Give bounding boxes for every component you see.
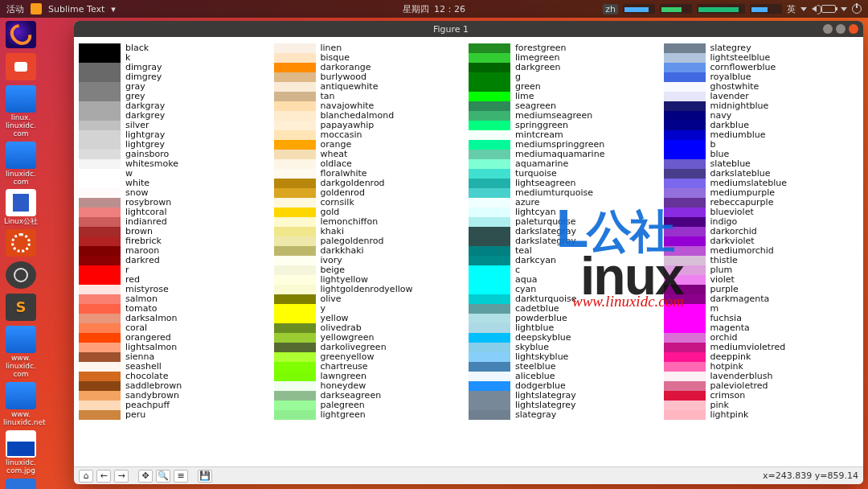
launcher-item-9[interactable]: www. linuxidc.net [3,382,39,427]
clock-time[interactable]: 12：26 [434,3,465,15]
configure-button[interactable]: ≡ [174,470,188,483]
launcher-item-4[interactable]: Linux公社 [3,189,39,226]
color-row: ivory [274,256,469,265]
color-swatch [79,410,121,420]
input-lang-button[interactable]: zh [603,4,618,14]
color-swatch [469,53,510,63]
launcher-label: linux. linuxidc. com [3,114,39,138]
color-swatch [469,372,510,381]
color-swatch [469,333,510,343]
color-swatch [274,63,316,72]
forward-button[interactable]: → [114,470,129,483]
color-swatch [274,362,316,372]
color-swatch [469,362,510,372]
color-row: black [79,43,274,53]
launcher-item-6[interactable] [3,261,39,290]
color-swatch [469,198,510,208]
figure-canvas[interactable]: blackkdimgraydimgreygraygreydarkgraydark… [74,37,863,466]
color-row: indianred [79,217,274,227]
clock-day[interactable]: 星期四 [403,3,429,15]
window-maximize-button[interactable] [836,24,845,34]
color-swatch [79,275,121,285]
color-swatch [469,391,510,401]
active-app-name[interactable]: Sublime Text [48,4,104,14]
launcher-item-2[interactable]: linux. linuxidc. com [3,85,39,138]
save-button[interactable]: 💾 [198,470,212,483]
battery-icon[interactable] [821,5,836,13]
launcher-item-11[interactable]: www. linuxidc. com.mp4 [3,479,39,489]
color-swatch [79,333,121,343]
watermark-url: www.linuxidc.com [572,293,684,310]
color-swatch [469,401,510,410]
color-swatch [79,82,121,92]
color-swatch [79,111,121,121]
color-swatch [664,333,706,343]
launcher-item-10[interactable]: linuxidc. com.jpg [3,430,39,475]
color-swatch [664,381,706,391]
home-button[interactable]: ⌂ [79,470,93,483]
color-swatch [79,236,121,246]
launcher-item-0[interactable] [3,21,39,50]
color-row: grey [79,92,274,101]
power-icon[interactable] [852,4,862,14]
window-close-button[interactable] [849,24,858,34]
color-row: chartreuse [274,362,469,372]
color-row: aliceblue [469,372,664,381]
system-menu-arrow-icon[interactable] [841,7,847,11]
color-row: sandybrown [79,391,274,401]
lang-arrow-icon[interactable] [800,7,807,11]
color-swatch [469,92,510,101]
docs-icon [6,189,36,216]
color-swatch [664,410,706,420]
color-swatch [274,92,316,101]
color-row: fuchsia [664,314,859,323]
color-swatch [469,63,510,72]
app-menu-arrow[interactable]: ▾ [111,4,116,14]
color-swatch [79,169,121,179]
launcher-item-7[interactable] [3,294,39,323]
color-swatch [274,121,316,130]
indicator-4[interactable] [750,4,782,14]
color-swatch [274,323,316,333]
pan-button[interactable]: ✥ [138,470,153,483]
color-row: firebrick [79,236,274,246]
window-titlebar[interactable]: Figure 1 [74,21,863,37]
keyboard-lang[interactable]: 英 [787,3,796,15]
launcher-item-8[interactable]: www. linuxidc. com [3,326,39,379]
launcher-item-5[interactable] [3,229,39,258]
color-swatch [469,304,510,314]
circle-cam-icon [6,261,36,289]
color-swatch [274,140,316,150]
launcher-item-1[interactable] [3,53,39,82]
color-swatch [469,285,510,294]
folder-icon [6,142,36,169]
cursor-coords: x=243.839 y=859.14 [763,471,858,481]
window-title: Figure 1 [433,24,469,35]
activities-button[interactable]: 活动 [6,3,24,15]
window-minimize-button[interactable] [823,24,833,34]
color-row: pink [664,401,859,410]
color-swatch [274,391,316,401]
launcher-item-3[interactable]: linuxidc. com [3,142,39,187]
color-row: lime [469,92,664,101]
color-swatch [79,198,121,208]
color-swatch [469,410,510,420]
color-column-1: linenbisquedarkorangeburlywoodantiquewhi… [274,43,469,465]
color-swatch [469,265,510,275]
color-row: lemonchiffon [274,217,469,227]
color-swatch [79,391,121,401]
color-swatch [274,372,316,381]
color-row: palevioletred [664,381,859,391]
zoom-button[interactable]: 🔍 [156,470,170,483]
indicator-3[interactable] [697,4,745,14]
volume-icon[interactable] [812,6,817,12]
indicator-2[interactable] [660,4,692,14]
color-column-0: blackkdimgraydimgreygraygreydarkgraydark… [79,43,274,465]
color-swatch [664,169,706,179]
indicator-1[interactable] [623,4,655,14]
color-row: brown [79,227,274,236]
color-row: navy [664,111,859,121]
back-button[interactable]: ← [96,470,111,483]
color-row: crimson [664,391,859,401]
color-row: cornsilk [274,198,469,208]
